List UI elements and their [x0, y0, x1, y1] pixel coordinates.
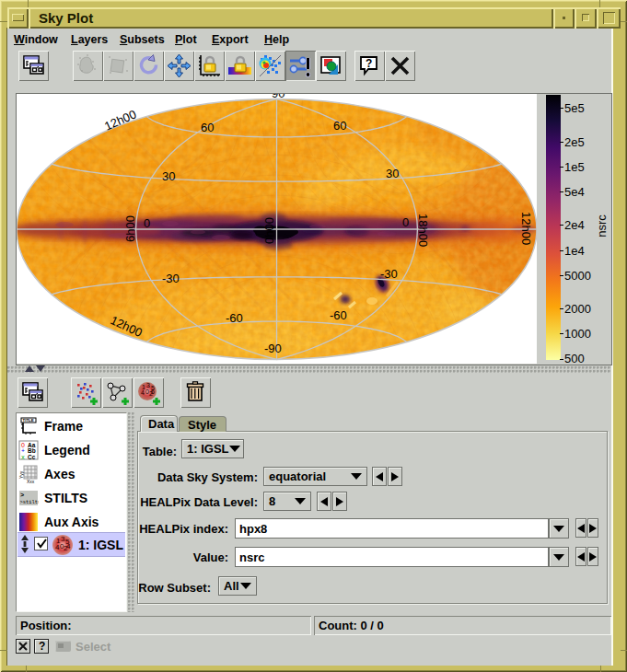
svg-text:-30: -30: [162, 272, 180, 285]
svg-text:4: 4: [141, 389, 145, 396]
svg-text:TITLE: TITLE: [23, 418, 34, 423]
svg-text:90: 90: [272, 94, 284, 100]
svg-text:Xxx: Xxx: [27, 479, 35, 484]
svg-text:30: 30: [386, 167, 399, 180]
svg-text:Yyy: Yyy: [18, 470, 24, 479]
svg-text:6h00: 6h00: [123, 215, 137, 242]
svg-text:12h00: 12h00: [519, 212, 533, 245]
svg-text:60: 60: [201, 121, 214, 134]
svg-text:-90: -90: [264, 342, 282, 355]
svg-text:-30: -30: [380, 267, 398, 281]
svg-text:x: x: [21, 455, 25, 461]
svg-text:-60: -60: [226, 311, 243, 325]
svg-text:Cc: Cc: [28, 454, 36, 460]
svg-text:6: 6: [151, 388, 155, 395]
svg-text:-60: -60: [330, 308, 347, 322]
svg-text:60: 60: [333, 119, 346, 133]
svg-text:0: 0: [144, 216, 150, 230]
svg-text:>: >: [20, 492, 24, 499]
svg-text:3: 3: [146, 382, 150, 388]
svg-text:?: ?: [366, 57, 372, 70]
svg-text:30: 30: [162, 169, 175, 183]
svg-text:0h00: 0h00: [262, 217, 276, 244]
svg-text:0: 0: [402, 215, 409, 229]
svg-text:18h00: 18h00: [416, 214, 430, 247]
svg-text:>stilts: >stilts: [20, 500, 40, 505]
svg-text:4: 4: [66, 542, 71, 550]
